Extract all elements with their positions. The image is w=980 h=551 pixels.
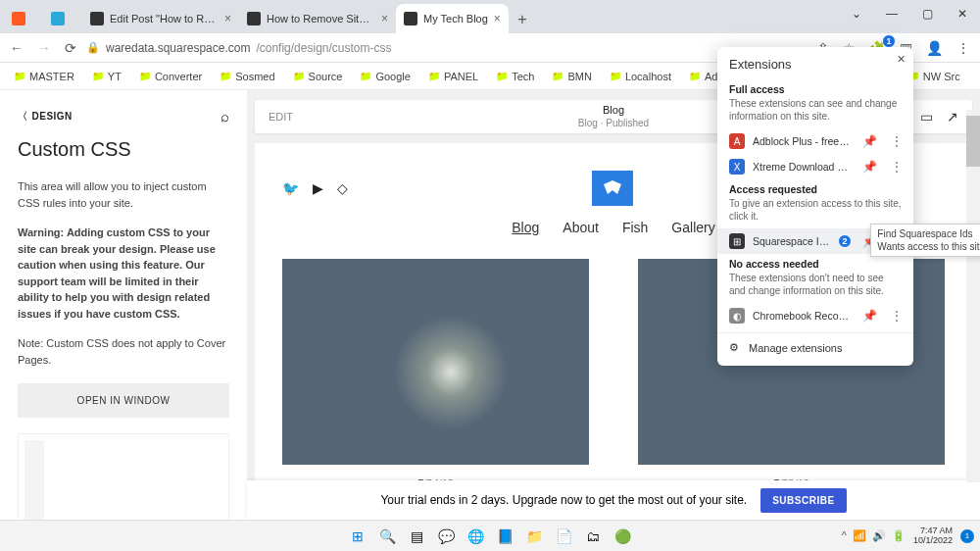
more-icon[interactable]: ⋮ xyxy=(888,134,906,148)
bookmark-item[interactable]: Sosmed xyxy=(220,71,274,82)
intro-text: This area will allow you to inject custo… xyxy=(18,178,229,211)
trial-banner: Your trial ends in 2 days. Upgrade now t… xyxy=(247,480,980,520)
note-text: Note: Custom CSS does not apply to Cover… xyxy=(18,335,229,368)
nav-gallery[interactable]: Gallery xyxy=(671,220,714,235)
section-full-access: Full access xyxy=(717,79,913,97)
taskview-icon[interactable]: ▤ xyxy=(405,525,428,548)
mobile-view-icon[interactable]: ▭ xyxy=(920,109,933,125)
maximize-button[interactable]: ▢ xyxy=(909,0,945,27)
close-icon[interactable]: ✕ xyxy=(897,53,906,66)
annotation-2: 2 xyxy=(838,234,852,248)
blog-post-1[interactable]: 7/24/19 xyxy=(282,259,589,491)
annotation-1: 1 xyxy=(882,34,896,48)
pin-icon[interactable]: 📌 xyxy=(859,134,880,148)
page-title: Custom CSS xyxy=(18,138,229,161)
reload-button[interactable]: ⟳ xyxy=(65,40,76,56)
url-path: /config/design/custom-css xyxy=(256,41,391,55)
more-icon[interactable]: ⋮ xyxy=(888,309,906,323)
search-icon[interactable]: 🔍 xyxy=(375,525,399,548)
trial-message: Your trial ends in 2 days. Upgrade now t… xyxy=(380,493,747,507)
close-icon[interactable]: × xyxy=(224,12,231,25)
pin-icon[interactable]: 📌 xyxy=(859,309,880,323)
bookmark-item[interactable]: Google xyxy=(360,71,410,82)
more-icon[interactable]: ⋮ xyxy=(888,160,906,174)
open-in-window-button[interactable]: OPEN IN WINDOW xyxy=(18,383,229,418)
back-button[interactable]: ← xyxy=(10,40,24,56)
back-design-link[interactable]: 〈DESIGN xyxy=(18,110,73,124)
tab-3[interactable]: Edit Post "How to Remove Site H…× xyxy=(82,4,239,33)
subscribe-button[interactable]: SUBSCRIBE xyxy=(760,488,846,513)
new-tab-button[interactable]: + xyxy=(509,6,536,33)
word-icon[interactable]: 📘 xyxy=(493,525,516,548)
menu-icon[interactable]: ⋮ xyxy=(956,40,970,56)
windows-taskbar: ⊞ 🔍 ▤ 💬 🌐 📘 📁 📄 🗂 🟢 ^ 📶 🔊 🔋 7:47 AM 10/1… xyxy=(0,520,980,551)
edge-icon[interactable]: 🌐 xyxy=(464,525,487,548)
edit-button[interactable]: EDIT xyxy=(269,111,293,123)
battery-icon[interactable]: 🔋 xyxy=(892,529,906,542)
chevron-left-icon: 〈 xyxy=(18,110,28,124)
start-button[interactable]: ⊞ xyxy=(346,525,369,548)
page-indicator[interactable]: Blog Blog · Published xyxy=(578,104,649,128)
css-editor[interactable] xyxy=(18,433,229,520)
chat-icon[interactable]: 💬 xyxy=(434,525,458,548)
chevron-up-icon[interactable]: ^ xyxy=(842,529,847,542)
volume-icon[interactable]: 🔊 xyxy=(872,529,886,542)
tab-4[interactable]: How to Remove Site Header Sq…× xyxy=(239,4,396,33)
extension-icon: X xyxy=(729,159,745,175)
expand-icon[interactable]: ↗ xyxy=(947,109,958,125)
bookmark-item[interactable]: BMN xyxy=(552,71,591,82)
bookmark-item[interactable]: Source xyxy=(293,71,343,82)
bookmark-item[interactable]: YT xyxy=(92,71,122,82)
site-logo[interactable] xyxy=(592,171,633,206)
browser-tabstrip: Edit Post "How to Remove Site H…× How to… xyxy=(0,0,980,33)
bookmark-item[interactable]: PANEL xyxy=(428,71,478,82)
extension-icon: A xyxy=(729,133,745,149)
minimize-button[interactable]: — xyxy=(874,0,909,27)
nav-blog[interactable]: Blog xyxy=(512,220,539,235)
nav-fish[interactable]: Fish xyxy=(622,220,648,235)
bookmark-item[interactable]: Converter xyxy=(139,71,202,82)
social-icons: 🐦 ▶ ◇ xyxy=(282,180,348,196)
nav-about[interactable]: About xyxy=(563,220,599,235)
ext-row-xdm[interactable]: X Xtreme Download Manager 📌 ⋮ xyxy=(717,154,913,179)
tab-2[interactable] xyxy=(43,4,82,33)
search-icon[interactable]: ⌕ xyxy=(220,108,229,125)
address-bar[interactable]: 🔒 waredata.squarespace.com/config/design… xyxy=(86,41,808,55)
grid-icon: ⊞ xyxy=(729,233,745,249)
extensions-popup: ✕ Extensions Full access These extension… xyxy=(717,47,913,366)
ext-row-recovery[interactable]: ◐ Chromebook Recovery Utility 📌 ⋮ xyxy=(717,303,913,328)
notepad-icon[interactable]: 📄 xyxy=(552,525,575,548)
app-icon[interactable]: 🗂 xyxy=(581,525,605,548)
profile-icon[interactable]: 👤 xyxy=(926,40,943,56)
close-button[interactable]: ✕ xyxy=(945,0,980,27)
forward-button[interactable]: → xyxy=(37,40,51,56)
close-icon[interactable]: × xyxy=(494,12,501,25)
bookmark-item[interactable]: NW Src xyxy=(907,71,960,82)
left-panel: 〈DESIGN ⌕ Custom CSS This area will allo… xyxy=(0,90,247,520)
tab-1[interactable] xyxy=(4,4,43,33)
close-icon[interactable]: × xyxy=(381,12,388,25)
bookmark-item[interactable]: Localhost xyxy=(610,71,671,82)
explorer-icon[interactable]: 📁 xyxy=(522,525,546,548)
pin-icon[interactable]: 📌 xyxy=(859,160,880,174)
popup-title: Extensions xyxy=(717,47,913,79)
bookmark-item[interactable]: Tech xyxy=(496,71,534,82)
chrome-icon[interactable]: 🟢 xyxy=(611,525,634,548)
extension-icon: ◐ xyxy=(729,308,745,324)
instagram-icon[interactable]: ◇ xyxy=(337,180,348,196)
bookmark-item[interactable]: MASTER xyxy=(14,71,74,82)
manage-extensions-link[interactable]: ⚙ Manage extensions xyxy=(717,332,913,362)
twitter-icon[interactable]: 🐦 xyxy=(282,180,299,196)
chevron-down-icon[interactable]: ⌄ xyxy=(839,0,874,27)
wifi-icon[interactable]: 📶 xyxy=(853,529,866,542)
post-image xyxy=(282,259,589,465)
youtube-icon[interactable]: ▶ xyxy=(313,180,323,196)
vertical-scrollbar[interactable] xyxy=(966,110,980,482)
tab-5-active[interactable]: My Tech Blog× xyxy=(396,4,509,33)
notifications-icon[interactable]: 1 xyxy=(960,529,974,543)
lock-icon: 🔒 xyxy=(86,41,100,54)
ext-row-adblock[interactable]: A Adblock Plus - free ad blocker 📌 ⋮ xyxy=(717,128,913,154)
section-access-requested: Access requested xyxy=(717,179,913,197)
window-controls: ⌄ — ▢ ✕ xyxy=(839,0,980,27)
clock[interactable]: 7:47 AM 10/1/2022 xyxy=(913,526,953,546)
